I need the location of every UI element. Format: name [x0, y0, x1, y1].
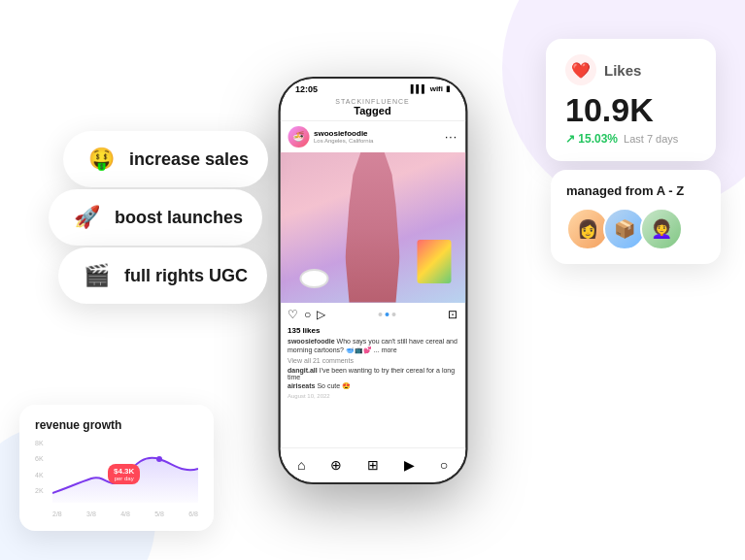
- user-details: swoosiefoodie Los Angeles, California: [314, 129, 373, 144]
- full-rights-ugc-label: full rights UGC: [124, 266, 248, 286]
- page-tagged: Tagged: [280, 105, 465, 116]
- likes-label: Likes: [604, 62, 641, 79]
- post-caption: swoosiefoodie Who says you can't still h…: [280, 337, 465, 356]
- action-icons: ♡ ○ ▷: [288, 308, 325, 321]
- likes-growth: ↗ 15.03% Last 7 days: [565, 132, 696, 146]
- post-user-row: 🍜 swoosiefoodie Los Angeles, California …: [280, 121, 465, 152]
- cereal-box: [417, 240, 451, 283]
- dot-3: [391, 313, 395, 316]
- phone-screen: 12:05 ▌▌▌ wifi ▮ STACKINFLUENCE Tagged 🍜: [280, 79, 465, 482]
- camera-emoji-icon: 🎬: [78, 257, 115, 294]
- avatar: 🍜: [288, 126, 309, 148]
- comment-icon[interactable]: ○: [304, 308, 311, 321]
- boost-launches-label: boost launches: [115, 208, 243, 228]
- nav-search-icon[interactable]: ⊕: [330, 457, 342, 473]
- chart-y-labels: 8K 6K 4K 2K: [35, 440, 44, 503]
- x-label-5: 6/8: [188, 511, 198, 517]
- revenue-title: revenue growth: [35, 418, 198, 432]
- likes-period: Last 7 days: [624, 133, 678, 145]
- dot-1: [378, 313, 382, 316]
- carousel-dots: [378, 313, 395, 316]
- post-image-content: [280, 152, 465, 303]
- dot-2: [385, 313, 389, 316]
- share-icon[interactable]: ▷: [317, 308, 325, 321]
- likes-count: 10.9K: [565, 93, 696, 126]
- like-icon[interactable]: ♡: [288, 308, 298, 321]
- revenue-per-day: per day: [114, 476, 134, 481]
- cereal-bowl: [299, 269, 328, 288]
- likes-card: ❤️ Likes 10.9K ↗ 15.03% Last 7 days: [546, 39, 716, 161]
- commenter-2-text: So cute 😍: [317, 382, 351, 389]
- signal-icon: ▌▌▌: [411, 84, 427, 93]
- x-label-1: 2/8: [52, 511, 62, 517]
- comment-2: airiseats So cute 😍: [280, 381, 465, 391]
- badge-boost-launches: 🚀 boost launches: [49, 189, 262, 246]
- more-options-icon[interactable]: ···: [445, 130, 457, 144]
- phone-header: STACKINFLUENCE Tagged: [280, 96, 465, 121]
- managed-title: managed from A - Z: [566, 183, 705, 198]
- chart-x-labels: 2/8 3/8 4/8 5/8 6/8: [52, 511, 198, 517]
- comment-1: dangit.all I've been wanting to try thei…: [280, 366, 465, 381]
- wifi-icon: wifi: [430, 84, 443, 93]
- x-label-4: 5/8: [154, 511, 164, 517]
- x-label-2: 3/8: [86, 511, 96, 517]
- money-emoji-icon: 🤑: [83, 141, 119, 178]
- post-likes: 135 likes: [280, 326, 465, 337]
- avatar-2-image: 📦: [605, 210, 644, 248]
- phone-mockup: 12:05 ▌▌▌ wifi ▮ STACKINFLUENCE Tagged 🍜: [278, 77, 467, 484]
- status-icons: ▌▌▌ wifi ▮: [411, 84, 450, 93]
- commenter-2-name: airiseats: [288, 382, 315, 389]
- revenue-card: revenue growth 8K 6K 4K 2K: [19, 405, 214, 531]
- person-figure: [334, 152, 412, 303]
- phone-time: 12:05: [295, 84, 318, 94]
- phone-status-bar: 12:05 ▌▌▌ wifi ▮: [280, 79, 465, 96]
- post-date: August 10, 2022: [280, 391, 465, 403]
- heart-icon: ❤️: [565, 54, 596, 85]
- post-actions: ♡ ○ ▷ ⊡: [280, 303, 465, 326]
- revenue-amount: $4.3K: [114, 467, 134, 476]
- chart-area: 8K 6K 4K 2K $4.3K: [35, 440, 198, 517]
- scene: 12:05 ▌▌▌ wifi ▮ STACKINFLUENCE Tagged 🍜: [0, 0, 745, 560]
- username: swoosiefoodie: [314, 129, 373, 138]
- view-comments[interactable]: View all 21 comments: [280, 355, 465, 366]
- revenue-badge: $4.3K per day: [108, 464, 140, 484]
- avatar-1-image: 👩: [568, 210, 607, 248]
- managed-card: managed from A - Z 👩 📦 👩‍🦱: [551, 170, 721, 264]
- likes-card-header: ❤️ Likes: [565, 54, 696, 85]
- caption-username: swoosiefoodie: [288, 338, 335, 345]
- nav-reels-icon[interactable]: ▶: [404, 457, 415, 473]
- post-image: [280, 152, 465, 303]
- rocket-emoji-icon: 🚀: [68, 199, 105, 236]
- app-brand: STACKINFLUENCE: [280, 98, 465, 105]
- managed-avatars: 👩 📦 👩‍🦱: [566, 208, 705, 250]
- phone-nav: ⌂ ⊕ ⊞ ▶ ○: [280, 447, 465, 482]
- post-user-info: 🍜 swoosiefoodie Los Angeles, California: [288, 126, 373, 148]
- avatar-emoji: 🍜: [292, 131, 304, 142]
- y-label-2k: 2K: [35, 487, 44, 494]
- x-label-3: 4/8: [120, 511, 130, 517]
- y-label-4k: 4K: [35, 472, 44, 478]
- battery-icon: ▮: [446, 84, 450, 93]
- badge-full-rights-ugc: 🎬 full rights UGC: [58, 247, 267, 304]
- nav-profile-icon[interactable]: ○: [440, 457, 448, 473]
- y-label-8k: 8K: [35, 440, 44, 446]
- badge-increase-sales: 🤑 increase sales: [63, 131, 268, 187]
- y-label-6k: 6K: [35, 455, 44, 462]
- avatar-3-image: 👩‍🦱: [642, 210, 681, 248]
- increase-sales-label: increase sales: [129, 149, 249, 170]
- user-location: Los Angeles, California: [314, 138, 373, 144]
- commenter-1-name: dangit.all: [288, 367, 318, 374]
- bookmark-icon[interactable]: ⊡: [448, 308, 457, 321]
- nav-add-icon[interactable]: ⊞: [367, 457, 379, 473]
- likes-growth-pct: ↗ 15.03%: [565, 132, 618, 146]
- nav-home-icon[interactable]: ⌂: [297, 457, 305, 473]
- chart-peak-dot: [156, 456, 162, 462]
- managed-avatar-3: 👩‍🦱: [640, 208, 683, 250]
